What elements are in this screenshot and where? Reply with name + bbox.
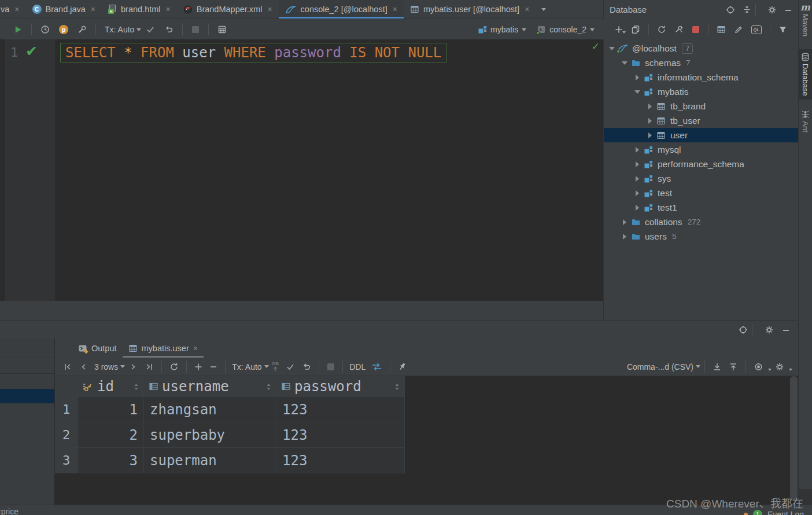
- gear-icon[interactable]: [767, 5, 777, 14]
- jump-to-console-icon[interactable]: QL: [751, 25, 762, 34]
- stop-icon[interactable]: [327, 363, 335, 371]
- minimize-icon[interactable]: [782, 326, 790, 334]
- chevron-down-icon[interactable]: [696, 365, 700, 368]
- chevron-collapsed-icon[interactable]: [620, 219, 629, 225]
- cell-password[interactable]: 123: [276, 448, 405, 473]
- chevron-collapsed-icon[interactable]: [633, 176, 642, 182]
- editor-tab-brand-html[interactable]: Hbrand.html×: [102, 0, 177, 19]
- result-tab-mybatis-user[interactable]: mybatis.user×: [123, 339, 204, 358]
- session-selector[interactable]: console_2: [537, 25, 595, 34]
- close-icon[interactable]: ×: [267, 5, 272, 14]
- tree-item-test1[interactable]: test1: [604, 200, 798, 215]
- open-table-icon[interactable]: [717, 25, 726, 34]
- parameters-icon[interactable]: p: [59, 25, 68, 34]
- commit-icon[interactable]: [286, 362, 295, 371]
- rollback-icon[interactable]: [164, 25, 174, 34]
- tree-item-performance-schema[interactable]: performance_schema: [604, 157, 798, 171]
- stop-icon[interactable]: [191, 25, 200, 34]
- sort-icon[interactable]: [266, 383, 271, 391]
- result-tab-output[interactable]: Output: [72, 339, 123, 358]
- tree-item-collations[interactable]: collations272: [604, 215, 798, 229]
- locate-icon[interactable]: [726, 5, 735, 14]
- view-options-icon[interactable]: [754, 362, 763, 371]
- tx-mode-dropdown[interactable]: Tx: Auto: [232, 362, 261, 371]
- submit-db-icon[interactable]: DB: [272, 362, 279, 371]
- cell-password[interactable]: 123: [276, 422, 405, 448]
- tree-item-information-schema[interactable]: information_schema: [604, 70, 798, 84]
- filter-icon[interactable]: [778, 25, 787, 34]
- tool-stripe-database[interactable]: Database: [799, 49, 812, 100]
- revert-icon[interactable]: [302, 362, 311, 371]
- tree-item-tb-brand[interactable]: tb_brand: [604, 99, 798, 113]
- tree-item-test[interactable]: test: [604, 186, 798, 200]
- collapse-all-icon[interactable]: [743, 5, 751, 14]
- editor-tab-brand-java[interactable]: CBrand.java×: [26, 0, 102, 19]
- chevron-collapsed-icon[interactable]: [633, 205, 642, 211]
- disconnect-button[interactable]: [692, 25, 700, 34]
- import-data-icon[interactable]: [729, 362, 738, 371]
- close-icon[interactable]: ×: [393, 5, 397, 14]
- column-header-username[interactable]: username: [144, 376, 276, 397]
- chevron-down-icon[interactable]: [120, 365, 125, 368]
- pin-tab-icon[interactable]: [396, 360, 408, 373]
- refresh-icon[interactable]: [657, 25, 666, 34]
- cell-id[interactable]: 3: [78, 448, 144, 473]
- editor-tab-va[interactable]: va×: [0, 0, 26, 19]
- add-row-button[interactable]: [194, 363, 202, 371]
- editor-tab-mybatis-user-localhost-[interactable]: mybatis.user [@localhost]×: [404, 0, 536, 19]
- tool-stripe-ant[interactable]: Ant: [799, 106, 812, 136]
- sql-editor[interactable]: 1 ✔ SELECT * FROM user WHERE password IS…: [0, 39, 603, 301]
- cell-id[interactable]: 1: [78, 397, 144, 422]
- tree-item-schemas[interactable]: schemas7: [604, 56, 798, 70]
- column-header-id[interactable]: id: [78, 376, 144, 397]
- tool-stripe-maven[interactable]: m Maven: [799, 0, 812, 40]
- cell-username[interactable]: superman: [144, 448, 276, 473]
- commit-icon[interactable]: [146, 25, 155, 34]
- chevron-expanded-icon[interactable]: [620, 61, 629, 65]
- tree-item-mybatis[interactable]: mybatis: [604, 84, 798, 99]
- cell-id[interactable]: 2: [78, 422, 144, 448]
- cell-username[interactable]: superbaby: [144, 422, 276, 448]
- close-icon[interactable]: ×: [166, 5, 171, 14]
- chevron-collapsed-icon[interactable]: [633, 161, 642, 167]
- tree-item-user[interactable]: user: [604, 128, 798, 142]
- tree-item-users[interactable]: users5: [604, 229, 798, 244]
- table-row[interactable]: 11zhangsan123: [55, 397, 405, 422]
- last-page-icon[interactable]: [145, 362, 154, 371]
- close-icon[interactable]: ×: [14, 5, 19, 14]
- ddl-button[interactable]: DDL: [349, 362, 366, 371]
- execution-plan-icon[interactable]: [217, 25, 227, 34]
- locate-icon[interactable]: [739, 325, 748, 334]
- first-page-icon[interactable]: [63, 362, 72, 371]
- next-page-icon[interactable]: [128, 362, 138, 371]
- tree-item-sys[interactable]: sys: [604, 171, 798, 186]
- tree-item-tb-user[interactable]: tb_user: [604, 113, 798, 128]
- sql-statement[interactable]: SELECT * FROM user WHERE password IS NOT…: [60, 43, 446, 62]
- export-data-icon[interactable]: [713, 362, 722, 371]
- settings-wrench-icon[interactable]: [77, 25, 87, 34]
- chevron-expanded-icon[interactable]: [633, 90, 642, 94]
- add-datasource-button[interactable]: [615, 25, 623, 34]
- chevron-collapsed-icon[interactable]: [633, 190, 642, 196]
- tree-item-mysql[interactable]: mysql: [604, 142, 798, 157]
- column-header-password[interactable]: password: [276, 376, 405, 397]
- grid-scrollbar[interactable]: [790, 376, 798, 501]
- history-icon[interactable]: [40, 25, 50, 34]
- chevron-collapsed-icon[interactable]: [645, 104, 655, 109]
- sort-icon[interactable]: [394, 383, 400, 391]
- hidden-tabs-chevron[interactable]: [537, 8, 551, 11]
- compare-data-icon[interactable]: [371, 362, 382, 371]
- export-format-dropdown[interactable]: Comma-...d (CSV): [627, 362, 693, 371]
- tx-mode-dropdown[interactable]: Tx: Auto: [105, 25, 134, 34]
- cell-password[interactable]: 123: [276, 397, 405, 422]
- delete-row-button[interactable]: [209, 363, 217, 371]
- chevron-collapsed-icon[interactable]: [645, 133, 655, 138]
- chevron-down-icon[interactable]: [136, 28, 141, 31]
- chevron-collapsed-icon[interactable]: [633, 75, 642, 80]
- cell-username[interactable]: zhangsan: [144, 397, 276, 422]
- gear-icon[interactable]: [765, 325, 774, 334]
- editor-tab-brandmapper-xml[interactable]: BrandMapper.xml×: [177, 0, 279, 19]
- event-log[interactable]: 1 Event Log: [744, 510, 804, 515]
- schema-selector[interactable]: mybatis: [478, 25, 526, 34]
- sort-icon[interactable]: [134, 383, 139, 391]
